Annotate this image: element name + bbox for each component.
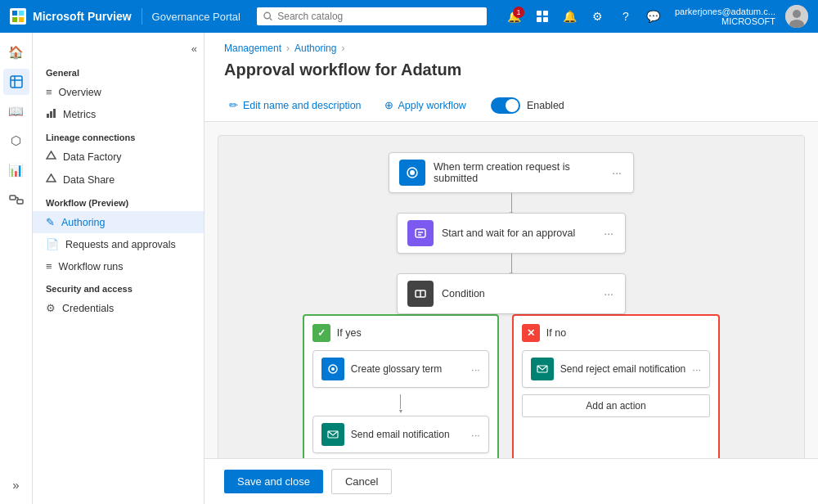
svg-rect-22	[53, 109, 56, 118]
breadcrumb-management[interactable]: Management	[224, 43, 281, 54]
approval-icon	[407, 220, 434, 246]
icon-bar-expand[interactable]: »	[3, 471, 29, 497]
topbar: Microsoft Purview Governance Portal 🔔 1 …	[0, 0, 818, 33]
icon-bar-btn-insights[interactable]: 📊	[3, 157, 29, 183]
sidebar-item-data-factory[interactable]: Data Factory	[33, 146, 204, 169]
svg-rect-0	[12, 11, 17, 16]
sidebar-item-label-metrics: Metrics	[63, 109, 96, 120]
condition-label: Condition	[442, 288, 594, 299]
condition-menu[interactable]: ···	[602, 287, 615, 300]
sidebar-item-workflow-runs[interactable]: ≡ Workflow runs	[33, 255, 204, 277]
svg-rect-21	[50, 111, 52, 118]
branch-yes: ✓ If yes Create glossary term	[303, 314, 499, 458]
condition-branches: ✓ If yes Create glossary term	[303, 314, 720, 458]
svg-rect-7	[543, 11, 548, 16]
brand: Microsoft Purview	[10, 8, 142, 25]
enabled-toggle[interactable]	[491, 97, 520, 114]
user-info: parkerjones@adatum.c... MICROSOFT	[675, 7, 775, 26]
topbar-icons: 🔔 1 🔔 ⚙ ? 💬 parkerjones@adatum.c... MICR…	[503, 5, 808, 28]
sidebar-item-label-credentials: Credentials	[62, 303, 114, 314]
breadcrumb-authoring[interactable]: Authoring	[294, 43, 336, 54]
sidebar-item-authoring[interactable]: ✎ Authoring	[33, 211, 204, 233]
sidebar-collapse: «	[33, 39, 204, 61]
notification-icon[interactable]: 🔔 1	[503, 5, 526, 28]
apply-label: Apply workflow	[398, 100, 466, 111]
icon-bar-btn-glossary[interactable]: 📖	[3, 98, 29, 124]
trigger-icon	[399, 160, 425, 186]
send-reject-icon	[531, 358, 554, 380]
avatar[interactable]	[785, 5, 808, 28]
svg-rect-1	[19, 11, 24, 16]
content-header: Management › Authoring › Approval workfl…	[204, 33, 818, 122]
icon-bar: 🏠 📖 ⬡ 📊 »	[0, 33, 33, 504]
sidebar-item-label-data-share: Data Share	[63, 174, 115, 186]
sidebar-item-credentials[interactable]: ⚙ Credentials	[33, 297, 204, 319]
sidebar-item-overview[interactable]: ≡ Overview	[33, 81, 204, 103]
save-close-btn[interactable]: Save and close	[224, 470, 323, 493]
create-glossary-menu[interactable]: ···	[471, 363, 480, 376]
create-glossary-icon	[321, 358, 344, 380]
search-input[interactable]	[277, 11, 480, 22]
approval-label: Start and wait for an approval	[442, 227, 594, 239]
svg-rect-3	[19, 17, 24, 22]
sidebar-section-lineage: Lineage connections	[33, 126, 204, 146]
sidebar-item-data-share[interactable]: Data Share	[33, 169, 204, 191]
sidebar-section-security: Security and access	[33, 277, 204, 297]
apps-icon[interactable]	[531, 5, 554, 28]
sidebar-collapse-btn[interactable]: «	[191, 43, 197, 55]
edit-icon: ✏	[229, 99, 238, 111]
page-title: Approval workflow for Adatum	[224, 61, 798, 79]
workflow-canvas: When term creation request is submitted …	[218, 135, 805, 458]
bell-icon[interactable]: 🔔	[559, 5, 582, 28]
add-action-no-btn[interactable]: Add an action	[522, 394, 710, 417]
apply-workflow-btn[interactable]: ⊕ Apply workflow	[380, 96, 471, 115]
notification-badge: 1	[513, 7, 524, 18]
brand-logo	[10, 8, 26, 25]
brand-label: Microsoft Purview	[33, 10, 132, 23]
icon-bar-btn-home[interactable]: 🏠	[3, 39, 29, 65]
sidebar: « General ≡ Overview Metrics Lineage con…	[33, 33, 204, 504]
breadcrumb-sep-2: ›	[341, 43, 344, 54]
svg-marker-24	[47, 174, 56, 182]
portal-label: Governance Portal	[152, 11, 240, 23]
edit-label: Edit name and description	[243, 100, 362, 111]
branch-no: ✕ If no Send reject email notification	[512, 314, 720, 458]
branch-yes-label: If yes	[337, 327, 362, 339]
svg-rect-6	[537, 11, 542, 16]
send-reject-menu[interactable]: ···	[692, 363, 701, 376]
icon-bar-btn-catalog[interactable]	[3, 69, 29, 95]
icon-bar-btn-lineage[interactable]: ⬡	[3, 128, 29, 154]
search-bar[interactable]	[257, 7, 487, 25]
sidebar-item-requests[interactable]: 📄 Requests and approvals	[33, 233, 204, 255]
icon-bar-btn-workflow[interactable]	[3, 187, 29, 213]
sidebar-item-metrics[interactable]: Metrics	[33, 103, 204, 126]
trigger-label: When term creation request is submitted	[434, 161, 602, 184]
svg-rect-8	[537, 17, 542, 22]
breadcrumb: Management › Authoring ›	[224, 43, 798, 54]
cancel-btn[interactable]: Cancel	[331, 469, 392, 494]
send-email-label: Send email notification	[351, 429, 465, 440]
trigger-menu[interactable]: ···	[610, 166, 623, 179]
approval-menu[interactable]: ···	[602, 227, 615, 240]
send-email-menu[interactable]: ···	[471, 429, 480, 441]
authoring-icon: ✎	[46, 216, 55, 228]
settings-icon[interactable]: ⚙	[587, 5, 609, 28]
feedback-icon[interactable]: 💬	[642, 5, 665, 28]
svg-rect-17	[17, 200, 23, 204]
help-icon[interactable]: ?	[614, 5, 637, 28]
apply-icon: ⊕	[384, 99, 393, 111]
svg-rect-16	[10, 196, 16, 200]
svg-line-5	[270, 18, 272, 20]
sidebar-section-workflow: Workflow (Preview)	[33, 191, 204, 211]
sidebar-item-label-workflow-runs: Workflow runs	[59, 261, 124, 272]
svg-rect-27	[416, 229, 425, 237]
no-icon: ✕	[522, 324, 540, 342]
condition-icon	[407, 281, 434, 307]
connector-2	[511, 254, 512, 273]
toggle-label: Enabled	[527, 100, 564, 111]
branch-no-header: ✕ If no	[522, 324, 710, 342]
content: Management › Authoring › Approval workfl…	[204, 33, 818, 504]
data-factory-icon	[46, 151, 56, 164]
svg-point-11	[793, 10, 801, 18]
edit-name-btn[interactable]: ✏ Edit name and description	[224, 96, 366, 115]
